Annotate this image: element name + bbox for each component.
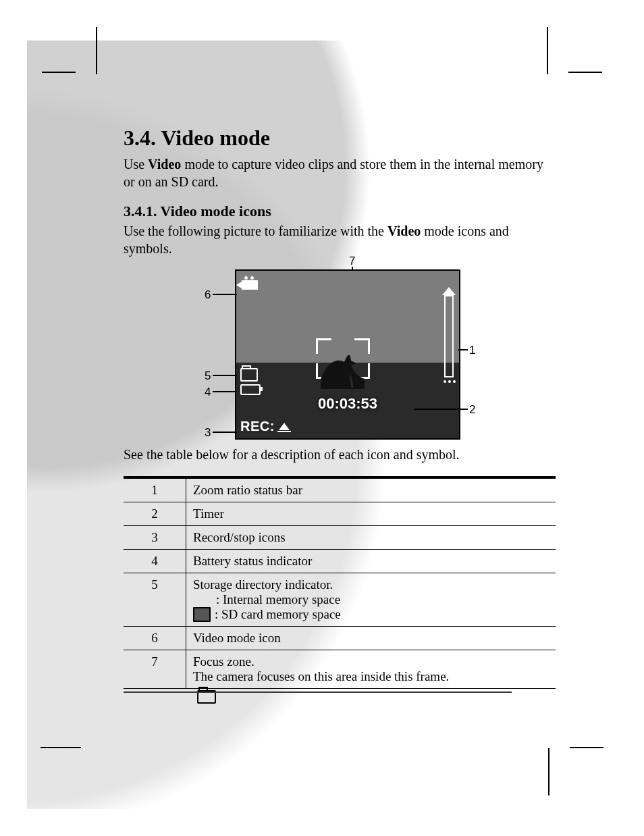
callout-3: 3	[205, 426, 211, 440]
table-row: 7 Focus zone.The camera focuses on this …	[124, 650, 556, 688]
callout-4: 4	[205, 386, 211, 399]
icon-description-table: 1Zoom ratio status bar 2Timer 3Record/st…	[124, 476, 556, 689]
sd-card-icon	[193, 607, 211, 622]
video-mode-diagram: 7 00:03:53 REC: 6 5 4 3 1 2	[205, 269, 475, 440]
rec-indicator: REC:	[240, 419, 290, 434]
shutter-icon	[279, 423, 290, 430]
table-row: 2Timer	[124, 502, 556, 525]
callout-1: 1	[469, 344, 475, 357]
battery-icon	[240, 384, 261, 395]
bird-silhouette	[317, 342, 378, 389]
intro-paragraph: Use Video mode to capture video clips an…	[124, 156, 556, 190]
timer-readout: 00:03:53	[236, 395, 459, 413]
camera-screen: 00:03:53 REC:	[235, 269, 460, 440]
callout-2: 2	[469, 403, 475, 417]
table-row: 5 Storage directory indicator. : Interna…	[124, 573, 556, 626]
table-row: 6Video mode icon	[124, 626, 556, 650]
table-row: 1Zoom ratio status bar	[124, 477, 556, 502]
zoom-bar-icon	[444, 295, 454, 377]
table-lead-in: See the table below for a description of…	[124, 446, 556, 464]
table-row: 4Battery status indicator	[124, 549, 556, 573]
footer-rule	[124, 691, 512, 693]
subintro-paragraph: Use the following picture to familiarize…	[124, 223, 556, 257]
storage-folder-icon	[240, 368, 258, 382]
callout-5: 5	[205, 369, 211, 383]
section-heading: 3.4. Video mode	[124, 126, 556, 151]
subsection-heading: 3.4.1. Video mode icons	[124, 203, 556, 220]
table-row: 3Record/stop icons	[124, 525, 556, 549]
video-mode-icon	[242, 280, 258, 290]
callout-7: 7	[349, 255, 355, 268]
callout-6: 6	[205, 288, 211, 302]
